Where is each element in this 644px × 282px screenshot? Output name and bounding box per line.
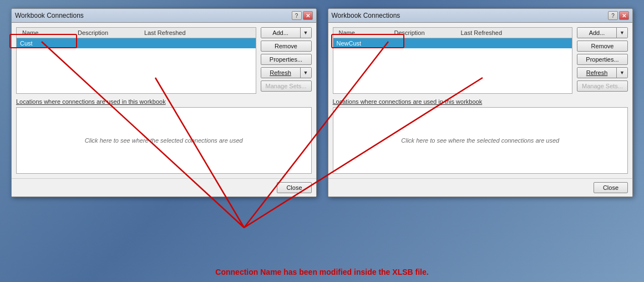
dialog-2-footer: Close bbox=[328, 178, 633, 197]
table-body-2[interactable]: NewCust bbox=[333, 38, 572, 88]
table-buttons-row-1: Name Description Last Refreshed Cust Add… bbox=[16, 27, 312, 94]
help-button-2[interactable]: ? bbox=[608, 11, 618, 20]
locations-placeholder-2: Click here to see where the selected con… bbox=[401, 137, 559, 144]
selected-row-2[interactable]: NewCust bbox=[333, 38, 572, 48]
dialog-1-title: Workbook Connections bbox=[15, 12, 84, 19]
refresh-btn-group-2[interactable]: Refresh ▼ bbox=[577, 67, 628, 78]
col-name-2: Name bbox=[337, 29, 392, 37]
locations-placeholder-1: Click here to see where the selected con… bbox=[85, 137, 243, 144]
add-arrow-2[interactable]: ▼ bbox=[617, 28, 627, 38]
manage-sets-button-2[interactable]: Manage Sets... bbox=[577, 80, 628, 92]
col-desc-1: Description bbox=[75, 29, 142, 37]
refresh-btn-group-1[interactable]: Refresh ▼ bbox=[261, 67, 312, 78]
selected-row-1[interactable]: Cust bbox=[17, 38, 256, 48]
titlebar-1-buttons: ? ✕ bbox=[292, 11, 313, 20]
add-btn-group-2[interactable]: Add... ▼ bbox=[577, 27, 628, 38]
titlebar-2-buttons: ? ✕ bbox=[608, 11, 629, 20]
properties-button-1[interactable]: Properties... bbox=[261, 54, 312, 65]
add-btn-group-1[interactable]: Add... ▼ bbox=[261, 27, 312, 38]
close-button-1[interactable]: ✕ bbox=[303, 11, 313, 20]
locations-label-1: Locations where connections are used in … bbox=[16, 98, 312, 105]
properties-button-2[interactable]: Properties... bbox=[577, 54, 628, 65]
help-button-1[interactable]: ? bbox=[292, 11, 302, 20]
col-name-1: Name bbox=[20, 29, 75, 37]
table-header-2: Name Description Last Refreshed bbox=[333, 28, 572, 38]
table-body-1[interactable]: Cust bbox=[17, 38, 256, 88]
dialog-1-footer: Close bbox=[12, 178, 316, 197]
dialog-2-content: Name Description Last Refreshed NewCust … bbox=[328, 23, 633, 178]
dialog-2-titlebar: Workbook Connections ? ✕ bbox=[328, 9, 633, 23]
refresh-button-1[interactable]: Refresh bbox=[261, 68, 301, 78]
locations-label-2: Locations where connections are used in … bbox=[333, 98, 628, 105]
refresh-arrow-2[interactable]: ▼ bbox=[617, 68, 627, 78]
col-desc-2: Description bbox=[392, 29, 459, 37]
locations-section-1: Locations where connections are used in … bbox=[16, 98, 312, 174]
connections-table-2: Name Description Last Refreshed NewCust bbox=[333, 27, 573, 94]
table-header-1: Name Description Last Refreshed bbox=[17, 28, 256, 38]
locations-box-2[interactable]: Click here to see where the selected con… bbox=[333, 107, 628, 174]
add-button-1[interactable]: Add... bbox=[261, 28, 301, 38]
table-buttons-row-2: Name Description Last Refreshed NewCust … bbox=[333, 27, 628, 94]
remove-button-2[interactable]: Remove bbox=[577, 41, 628, 52]
dialog-2: Workbook Connections ? ✕ Name Descriptio… bbox=[328, 8, 633, 197]
locations-box-1[interactable]: Click here to see where the selected con… bbox=[16, 107, 312, 174]
col-refresh-1: Last Refreshed bbox=[142, 29, 252, 37]
close-dialog-button-2[interactable]: Close bbox=[594, 182, 628, 193]
dialog-1-content: Name Description Last Refreshed Cust Add… bbox=[12, 23, 316, 178]
dialog-2-title: Workbook Connections bbox=[332, 12, 400, 19]
locations-section-2: Locations where connections are used in … bbox=[333, 98, 628, 174]
add-button-2[interactable]: Add... bbox=[577, 28, 617, 38]
buttons-col-1: Add... ▼ Remove Properties... Refresh ▼ … bbox=[261, 27, 312, 94]
refresh-arrow-1[interactable]: ▼ bbox=[301, 68, 311, 78]
close-dialog-button-1[interactable]: Close bbox=[277, 182, 311, 193]
buttons-col-2: Add... ▼ Remove Properties... Refresh ▼ … bbox=[577, 27, 628, 94]
manage-sets-button-1[interactable]: Manage Sets... bbox=[261, 80, 312, 92]
remove-button-1[interactable]: Remove bbox=[261, 41, 312, 52]
dialog-1-titlebar: Workbook Connections ? ✕ bbox=[12, 9, 316, 23]
dialog-1: Workbook Connections ? ✕ Name Descriptio… bbox=[11, 8, 317, 197]
caption-text: Connection Name has been modified inside… bbox=[215, 268, 428, 276]
connections-table-1: Name Description Last Refreshed Cust bbox=[16, 27, 256, 94]
add-arrow-1[interactable]: ▼ bbox=[301, 28, 311, 38]
col-refresh-2: Last Refreshed bbox=[459, 29, 569, 37]
refresh-button-2[interactable]: Refresh bbox=[577, 68, 617, 78]
close-button-2[interactable]: ✕ bbox=[619, 11, 629, 20]
